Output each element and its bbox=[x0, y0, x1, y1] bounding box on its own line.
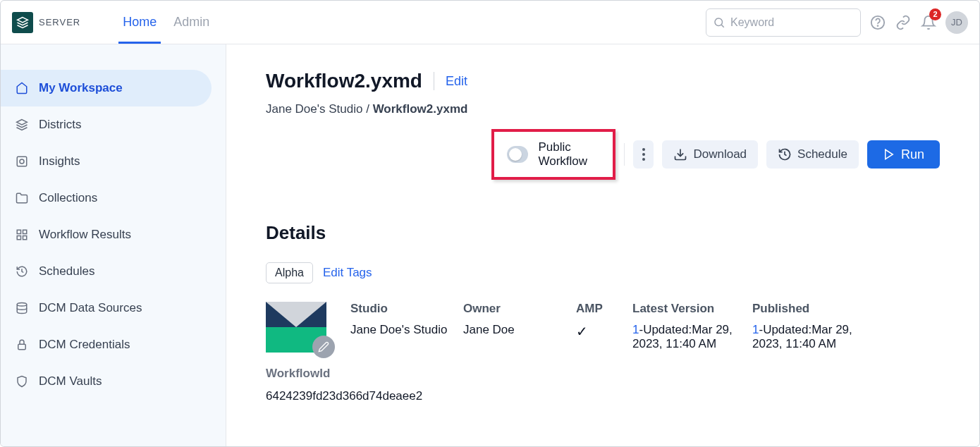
more-menu-button[interactable] bbox=[633, 140, 654, 169]
svg-rect-9 bbox=[23, 230, 27, 233]
workflow-thumbnail bbox=[266, 302, 326, 353]
sidebar-item-districts[interactable]: Districts bbox=[1, 106, 212, 143]
download-icon bbox=[673, 147, 687, 161]
avatar[interactable]: JD bbox=[945, 11, 968, 34]
val-studio: Jane Doe's Studio bbox=[350, 323, 463, 337]
svg-line-2 bbox=[721, 25, 723, 27]
sidebar-item-label: Schedules bbox=[39, 264, 94, 278]
svg-rect-6 bbox=[17, 157, 27, 166]
col-owner: Owner bbox=[463, 302, 576, 316]
workflow-id-label: WorkflowId bbox=[266, 367, 350, 381]
svg-point-4 bbox=[878, 25, 878, 26]
breadcrumb-current: Workflow2.yxmd bbox=[373, 102, 468, 116]
edit-thumbnail-button[interactable] bbox=[312, 336, 335, 358]
link-icon[interactable] bbox=[895, 14, 912, 31]
col-latest-version: Latest Version bbox=[632, 302, 752, 316]
sidebar-item-collections[interactable]: Collections bbox=[1, 180, 212, 216]
toggle-switch[interactable] bbox=[507, 146, 528, 163]
tag-alpha[interactable]: Alpha bbox=[266, 262, 313, 283]
lock-icon bbox=[15, 338, 29, 351]
divider bbox=[624, 143, 625, 166]
run-label: Run bbox=[901, 147, 924, 162]
schedule-button[interactable]: Schedule bbox=[766, 140, 859, 169]
sidebar-item-label: Districts bbox=[39, 118, 81, 132]
sidebar: My Workspace Districts Insights Collecti… bbox=[1, 44, 226, 446]
svg-rect-10 bbox=[17, 236, 20, 240]
home-icon bbox=[15, 82, 29, 94]
sidebar-item-workflow-results[interactable]: Workflow Results bbox=[1, 216, 212, 253]
details-heading: Details bbox=[266, 222, 940, 244]
tab-home[interactable]: Home bbox=[123, 1, 157, 44]
download-button[interactable]: Download bbox=[662, 140, 758, 169]
run-button[interactable]: Run bbox=[867, 140, 940, 169]
search-icon bbox=[713, 16, 725, 29]
col-amp: AMP bbox=[576, 302, 632, 316]
svg-point-7 bbox=[20, 159, 24, 164]
breadcrumb: Jane Doe's Studio / Workflow2.yxmd bbox=[266, 102, 940, 116]
svg-marker-5 bbox=[17, 120, 27, 125]
sidebar-item-dcm-vaults[interactable]: DCM Vaults bbox=[1, 363, 212, 400]
page-title: Workflow2.yxmd bbox=[266, 70, 422, 92]
tab-admin[interactable]: Admin bbox=[173, 1, 209, 44]
breadcrumb-parent[interactable]: Jane Doe's Studio bbox=[266, 102, 362, 116]
val-latest-version: 1-Updated:Mar 29, 2023, 11:40 AM bbox=[632, 323, 752, 351]
schedule-icon bbox=[778, 147, 792, 161]
divider bbox=[434, 72, 434, 90]
layers-icon bbox=[15, 118, 29, 131]
col-published: Published bbox=[752, 302, 872, 316]
logo-icon bbox=[12, 12, 33, 33]
history-icon bbox=[15, 265, 29, 278]
folder-icon bbox=[15, 192, 29, 204]
svg-point-16 bbox=[642, 158, 645, 161]
svg-marker-0 bbox=[18, 17, 28, 23]
sidebar-item-label: Insights bbox=[39, 154, 80, 169]
help-icon[interactable] bbox=[869, 14, 886, 31]
svg-point-12 bbox=[17, 303, 27, 307]
sidebar-item-label: Collections bbox=[39, 191, 97, 205]
notification-badge: 2 bbox=[929, 8, 941, 20]
shield-icon bbox=[15, 375, 29, 388]
workflow-id-value: 6424239fd23d366d74deaee2 bbox=[266, 389, 350, 403]
search-input[interactable] bbox=[706, 8, 861, 37]
val-owner: Jane Doe bbox=[463, 323, 576, 337]
sidebar-item-label: DCM Data Sources bbox=[39, 301, 142, 315]
svg-point-15 bbox=[642, 153, 645, 156]
bell-icon[interactable]: 2 bbox=[920, 14, 937, 31]
svg-point-14 bbox=[642, 148, 645, 151]
sidebar-item-label: My Workspace bbox=[39, 81, 123, 95]
svg-point-1 bbox=[715, 18, 723, 26]
database-icon bbox=[15, 302, 29, 314]
sidebar-item-my-workspace[interactable]: My Workspace bbox=[1, 70, 212, 106]
edit-tags-link[interactable]: Edit Tags bbox=[323, 266, 372, 280]
sidebar-item-schedules[interactable]: Schedules bbox=[1, 253, 212, 290]
sidebar-item-label: DCM Credentials bbox=[39, 338, 130, 352]
play-icon bbox=[883, 148, 895, 161]
val-amp: ✓ bbox=[576, 323, 632, 340]
val-published: 1-Updated:Mar 29, 2023, 11:40 AM bbox=[752, 323, 872, 351]
sidebar-item-label: Workflow Results bbox=[39, 228, 131, 242]
col-studio: Studio bbox=[350, 302, 463, 316]
results-icon bbox=[15, 228, 29, 241]
svg-marker-18 bbox=[886, 149, 893, 159]
brand-text: SERVER bbox=[39, 17, 80, 27]
sidebar-item-insights[interactable]: Insights bbox=[1, 143, 212, 180]
sidebar-item-label: DCM Vaults bbox=[39, 374, 102, 388]
schedule-label: Schedule bbox=[797, 147, 847, 161]
sidebar-item-dcm-credentials[interactable]: DCM Credentials bbox=[1, 326, 212, 363]
insights-icon bbox=[15, 155, 29, 168]
svg-rect-13 bbox=[18, 344, 26, 350]
brand: SERVER bbox=[12, 12, 80, 33]
public-workflow-toggle[interactable]: Public Workflow bbox=[491, 129, 615, 180]
download-label: Download bbox=[693, 147, 747, 161]
sidebar-item-dcm-data-sources[interactable]: DCM Data Sources bbox=[1, 290, 212, 326]
svg-rect-8 bbox=[17, 230, 20, 233]
edit-link[interactable]: Edit bbox=[446, 74, 467, 89]
toggle-label: Public Workflow bbox=[538, 140, 599, 169]
svg-rect-11 bbox=[23, 236, 27, 240]
